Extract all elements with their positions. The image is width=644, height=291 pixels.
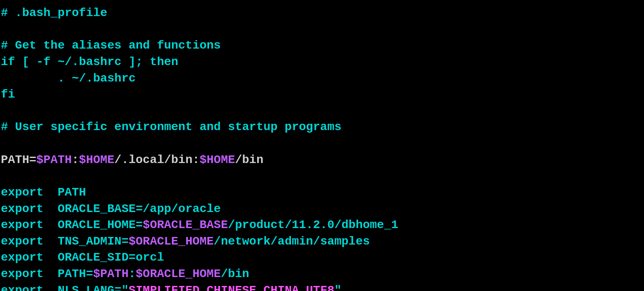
code-token: $PATH xyxy=(93,267,128,280)
code-token: ORACLE_BASE=/app/oracle xyxy=(43,202,221,215)
code-token: . ~/.bashrc xyxy=(1,72,136,85)
line-export-path2: export PATH=$PATH:$ORACLE_HOME/bin xyxy=(1,266,643,283)
line-export-path: export PATH xyxy=(1,185,643,201)
line-blank2 xyxy=(1,103,643,120)
line-blank4 xyxy=(1,168,643,185)
code-token: # .bash_profile xyxy=(1,6,107,19)
code-token: SIMPLIFIED CHINESE_CHINA.UTF8 xyxy=(128,284,334,291)
code-token: export xyxy=(1,251,43,264)
code-token: /network/admin/samples xyxy=(214,235,370,248)
code-token: $PATH xyxy=(36,153,72,166)
code-token: PATH= xyxy=(1,153,36,166)
code-token: : xyxy=(128,267,136,280)
terminal-window: # .bash_profile # Get the aliases and fu… xyxy=(0,3,644,291)
code-token: NLS_LANG=" xyxy=(43,284,129,291)
code-token: " xyxy=(334,284,342,291)
code-token: export xyxy=(1,267,43,280)
code-token: PATH= xyxy=(43,267,93,280)
line-export-oracle-base: export ORACLE_BASE=/app/oracle xyxy=(1,201,643,218)
code-token: /bin xyxy=(235,153,264,166)
code-token: $HOME xyxy=(79,153,114,166)
line-comment-user-specific: # User specific environment and startup … xyxy=(1,119,643,136)
code-token: $HOME xyxy=(200,153,235,166)
line-blank1 xyxy=(1,22,643,38)
line-blank3 xyxy=(1,136,643,152)
code-token: export xyxy=(1,218,43,231)
code-token: ORACLE_HOME= xyxy=(43,218,143,231)
code-token: /.local/bin: xyxy=(114,153,200,166)
line-comment-get-aliases: # Get the aliases and functions xyxy=(1,38,643,54)
code-token: fi xyxy=(1,88,15,101)
code-token: # Get the aliases and functions xyxy=(1,39,221,52)
line-source-bashrc: . ~/.bashrc xyxy=(1,71,643,87)
code-token: /product/11.2.0/dbhome_1 xyxy=(228,218,398,231)
code-token: # User specific environment and startup … xyxy=(1,120,342,133)
line-export-oracle-home: export ORACLE_HOME=$ORACLE_BASE/product/… xyxy=(1,217,643,234)
code-token: TNS_ADMIN= xyxy=(43,235,129,248)
line-bash-profile-title: # .bash_profile xyxy=(1,5,643,22)
line-export-tns-admin: export TNS_ADMIN=$ORACLE_HOME/network/ad… xyxy=(1,234,643,250)
code-token: export xyxy=(1,186,43,199)
code-token: $ORACLE_HOME xyxy=(136,267,221,280)
code-token: if [ -f ~/.bashrc ]; then xyxy=(1,55,178,68)
line-fi: fi xyxy=(1,87,643,103)
line-path-line: PATH=$PATH:$HOME/.local/bin:$HOME/bin xyxy=(1,152,643,169)
code-token: $ORACLE_HOME xyxy=(128,235,214,248)
line-export-oracle-sid: export ORACLE_SID=orcl xyxy=(1,250,643,266)
code-token: : xyxy=(72,153,79,166)
code-token: export xyxy=(1,284,43,291)
code-token: ORACLE_SID=orcl xyxy=(43,251,164,264)
line-export-nls-lang: export NLS_LANG="SIMPLIFIED CHINESE_CHIN… xyxy=(1,283,643,291)
code-token: $ORACLE_BASE xyxy=(143,218,228,231)
code-token: /bin xyxy=(221,267,249,280)
line-if-bashrc: if [ -f ~/.bashrc ]; then xyxy=(1,54,643,71)
code-token: export xyxy=(1,202,43,215)
code-token: PATH xyxy=(43,186,86,199)
code-token: export xyxy=(1,235,43,248)
